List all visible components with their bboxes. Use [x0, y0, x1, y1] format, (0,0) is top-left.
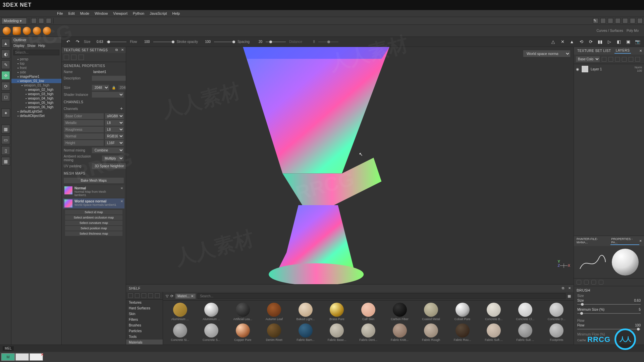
- material-item[interactable]: Baked Light...: [290, 303, 321, 322]
- tab-file-manager[interactable]: PAINTER-FILE-MANA...: [576, 237, 608, 245]
- shelf-category[interactable]: Tools: [126, 334, 163, 340]
- layer-mask-icon[interactable]: [615, 57, 620, 62]
- material-item[interactable]: Aluminium ...: [165, 303, 195, 322]
- menu-python[interactable]: Python: [133, 11, 144, 15]
- menu-file[interactable]: File: [57, 11, 63, 15]
- outliner-item[interactable]: ▪weapon_01_low: [11, 79, 61, 83]
- save-scene-icon[interactable]: [46, 18, 51, 23]
- material-item[interactable]: Fabric Rou...: [447, 323, 478, 343]
- material-item[interactable]: Concrete S...: [197, 323, 227, 343]
- layer-folder-icon[interactable]: [629, 57, 633, 62]
- tab-properties[interactable]: PROPERTIES - PA...: [610, 237, 639, 245]
- channel-format-select[interactable]: sRGB8: [105, 113, 124, 119]
- channel-format-select[interactable]: L8: [105, 127, 124, 132]
- clone-icon[interactable]: [630, 18, 635, 23]
- material-item[interactable]: Fabric Deni...: [353, 323, 383, 343]
- outliner-menu-help[interactable]: Help: [38, 44, 45, 48]
- outliner-item[interactable]: ▪defaultLightSet: [11, 109, 61, 114]
- eraser-icon[interactable]: [600, 18, 606, 23]
- shelf-tab-curves[interactable]: Curves / Surfaces: [596, 29, 623, 33]
- brush-tab-stencil-icon[interactable]: [591, 280, 596, 285]
- outliner-item[interactable]: ▪imagePlane1: [11, 74, 61, 79]
- primitive-cylinder-icon[interactable]: [23, 27, 31, 35]
- outliner-search-input[interactable]: [13, 50, 59, 55]
- menu-help[interactable]: Help: [172, 11, 180, 15]
- mirror-icon[interactable]: ▲: [569, 39, 575, 45]
- layout-3-icon[interactable]: ▦: [1, 157, 10, 166]
- shelf-category[interactable]: Hard Surfaces: [126, 305, 163, 311]
- shelf-popout-icon[interactable]: ⧉: [562, 286, 565, 290]
- viewport-mode-dropdown[interactable]: World space normal: [523, 50, 570, 57]
- select-map-button[interactable]: Select id map: [65, 210, 122, 215]
- material-item[interactable]: Aluminium ...: [197, 303, 227, 322]
- shelf-search-input[interactable]: [198, 293, 566, 299]
- tss-desc-input[interactable]: [92, 76, 126, 81]
- shelf-view3-icon[interactable]: [155, 293, 160, 298]
- shelf-filter-chip[interactable]: Materi... ✕: [175, 294, 196, 299]
- material-item[interactable]: Denim Rivet: [259, 323, 289, 343]
- material-item[interactable]: Concrete D...: [541, 303, 572, 322]
- channel-format-select[interactable]: RGB16F: [105, 133, 124, 139]
- outliner-item[interactable]: ▪weapon_02_high: [11, 87, 61, 92]
- material-item[interactable]: Fabric Suit ...: [510, 323, 540, 343]
- outliner-item[interactable]: ▪persp: [11, 57, 61, 61]
- outliner-item[interactable]: ▪side: [11, 70, 61, 74]
- lasso-tool-icon[interactable]: ◐: [1, 50, 10, 58]
- brush-flow-slider[interactable]: [577, 329, 641, 329]
- scale-tool-icon[interactable]: ◻: [1, 93, 10, 101]
- tss-shader-select[interactable]: [92, 92, 124, 98]
- menu-edit[interactable]: Edit: [68, 11, 75, 15]
- material-item[interactable]: Fabric Knitt...: [385, 323, 415, 343]
- tss-size-select[interactable]: 2048: [92, 85, 109, 90]
- brush-tab-material-icon[interactable]: [599, 280, 603, 285]
- props-close-icon[interactable]: ✕: [639, 239, 642, 243]
- lock-icon[interactable]: 🔒: [110, 86, 117, 89]
- shelf-refresh-icon[interactable]: ⟳: [170, 294, 173, 298]
- brush-icon[interactable]: ✎: [593, 18, 598, 23]
- fill-icon[interactable]: [615, 18, 621, 23]
- material-item[interactable]: Brass Pure: [322, 303, 352, 322]
- spacing-slider[interactable]: [266, 42, 286, 42]
- layer-tool2-icon[interactable]: [608, 57, 613, 62]
- shelf-category[interactable]: Brushes: [126, 322, 163, 328]
- tss-close-icon[interactable]: ✕: [121, 48, 124, 52]
- rotate-tool-icon[interactable]: ⟳: [1, 82, 10, 90]
- material-picker-icon[interactable]: [637, 18, 643, 23]
- shelf-view1-icon[interactable]: [142, 293, 146, 298]
- rotate-view-icon[interactable]: ⟳: [588, 39, 594, 45]
- mesh-map-card[interactable]: NormalNormal Map from Mesh lambert1✕: [63, 185, 124, 198]
- outliner-item[interactable]: ▪weapon_04_high: [11, 96, 61, 101]
- outliner-item[interactable]: ▪weapon_05_high: [11, 101, 61, 105]
- uv-padding-select[interactable]: 3D Space Neighbor: [92, 163, 126, 169]
- opacity-slider[interactable]: [214, 42, 234, 42]
- shelf-category[interactable]: Skin: [126, 311, 163, 317]
- tab-texture-set-list[interactable]: TEXTURE SET LIST: [576, 48, 612, 53]
- taskbar-app3-icon[interactable]: ✕: [30, 353, 43, 361]
- tss-crop-icon[interactable]: [78, 55, 84, 60]
- outliner-item[interactable]: ▪defaultObjectSet: [11, 114, 61, 118]
- shelf-category[interactable]: Textures: [126, 300, 163, 305]
- material-item[interactable]: Calf Skin: [353, 303, 383, 322]
- material-item[interactable]: Fabric Soft ...: [479, 323, 509, 343]
- material-item[interactable]: Footprints: [541, 323, 572, 343]
- select-tool-icon[interactable]: ▲: [1, 39, 10, 48]
- screenshot-icon[interactable]: 📷: [635, 39, 641, 45]
- material-item[interactable]: Fabric Base...: [322, 323, 352, 343]
- material-item[interactable]: Fabric Rough: [416, 323, 446, 343]
- shelf-home-icon[interactable]: [128, 293, 133, 298]
- flow-slider[interactable]: [153, 42, 173, 42]
- primitive-cube-icon[interactable]: [13, 27, 21, 35]
- brush-minsize-slider[interactable]: [577, 313, 641, 314]
- layer-delete-icon[interactable]: [635, 57, 640, 62]
- tss-list-icon[interactable]: [64, 55, 69, 60]
- material-item[interactable]: Copper Pure: [228, 323, 258, 343]
- material-item[interactable]: Concrete B...: [479, 303, 509, 322]
- view-cube-icon[interactable]: ▦: [1, 125, 10, 133]
- material-item[interactable]: Artificial Lea...: [228, 303, 258, 322]
- camera-icon[interactable]: ▣: [625, 39, 631, 45]
- outliner-item[interactable]: ▪weapon_01_high: [11, 83, 61, 87]
- channel-format-select[interactable]: L16F: [105, 140, 124, 146]
- bake-mesh-maps-button[interactable]: Bake Mesh Maps: [64, 178, 124, 183]
- select-map-button[interactable]: Select thickness map: [65, 231, 122, 236]
- select-map-button[interactable]: Select position map: [65, 226, 122, 231]
